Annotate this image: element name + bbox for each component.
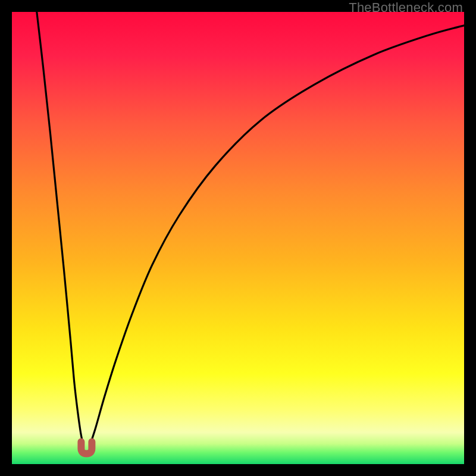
bottleneck-chart [12,12,464,464]
chart-frame [12,12,464,464]
gradient-background [12,12,464,464]
